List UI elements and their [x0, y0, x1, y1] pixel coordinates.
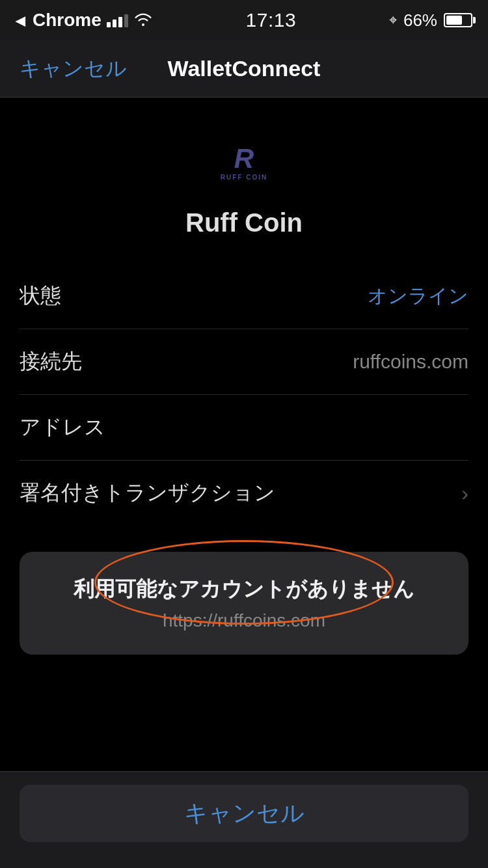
wifi-icon: [133, 10, 153, 31]
bottom-cancel-button[interactable]: キャンセル: [20, 785, 468, 842]
nav-bar: キャンセル WalletConnect: [0, 40, 488, 98]
carrier-label: Chrome: [33, 10, 102, 31]
location-icon: ⌖: [389, 12, 397, 29]
status-bar: ◂ Chrome 17:13 ⌖ 66%: [0, 0, 488, 40]
battery-icon: [444, 13, 472, 27]
status-right: ⌖ 66%: [389, 10, 472, 31]
status-value: オンライン: [368, 283, 468, 310]
nav-cancel-button[interactable]: キャンセル: [20, 55, 127, 83]
bottom-bar: キャンセル: [0, 771, 488, 868]
app-name: Ruff Coin: [185, 208, 303, 237]
info-section: 状態 オンライン 接続先 ruffcoins.com アドレス 署名付きトランザ…: [0, 264, 488, 526]
nav-title: WalletConnect: [168, 56, 321, 81]
connection-row: 接続先 ruffcoins.com: [20, 329, 468, 395]
app-logo: R RUFF COIN: [218, 137, 270, 189]
back-arrow-icon: ◂: [16, 10, 25, 31]
connection-label: 接続先: [20, 347, 82, 376]
logo-section: R RUFF COIN Ruff Coin: [0, 98, 488, 264]
status-left: ◂ Chrome: [16, 10, 153, 31]
address-row: アドレス: [20, 395, 468, 461]
status-label: 状態: [20, 282, 61, 310]
signed-transactions-row[interactable]: 署名付きトランザクション ›: [20, 461, 468, 526]
alert-title: 利用可能なアカウントがありません: [74, 575, 414, 604]
signal-bars-icon: [107, 13, 128, 27]
address-label: アドレス: [20, 413, 105, 442]
main-content: R RUFF COIN Ruff Coin 状態 オンライン 接続先 ruffc…: [0, 98, 488, 668]
battery-percentage: 66%: [403, 10, 437, 31]
alert-area: 利用可能なアカウントがありません https://ruffcoins.com: [0, 539, 488, 668]
status-row: 状態 オンライン: [20, 264, 468, 329]
connection-value: ruffcoins.com: [353, 351, 468, 373]
status-time: 17:13: [246, 9, 297, 31]
battery-fill: [446, 16, 462, 25]
logo-subtext: RUFF COIN: [221, 174, 267, 181]
logo-letter: R: [234, 145, 254, 172]
bottom-cancel-label: キャンセル: [184, 798, 305, 830]
signed-transactions-label: 署名付きトランザクション: [20, 479, 275, 508]
alert-url: https://ruffcoins.com: [163, 610, 325, 631]
alert-box: 利用可能なアカウントがありません https://ruffcoins.com: [20, 552, 468, 655]
chevron-right-icon: ›: [461, 481, 468, 506]
